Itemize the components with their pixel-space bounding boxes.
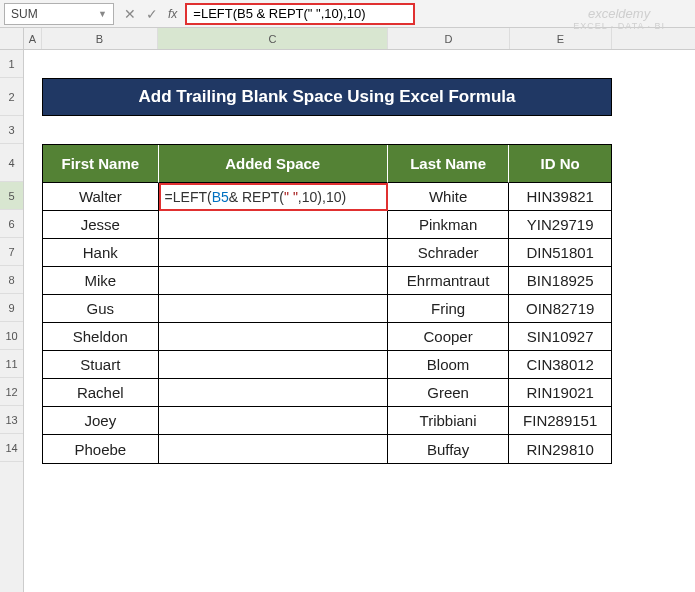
formula-input[interactable]: =LEFT(B5 & REPT(" ",10),10): [185, 3, 415, 25]
table-row: Jesse Pinkman YIN29719: [43, 211, 611, 239]
formula-bar: SUM ▼ ✕ ✓ fx =LEFT(B5 & REPT(" ",10),10): [0, 0, 695, 28]
cell-id[interactable]: FIN289151: [509, 407, 611, 435]
cell-added[interactable]: [159, 267, 388, 295]
cell-added[interactable]: [159, 435, 388, 463]
formula-bar-icons: ✕ ✓ fx: [118, 6, 185, 22]
formula-token-ref: B5: [212, 189, 229, 205]
formula-token: ),: [317, 189, 326, 205]
cell-added[interactable]: [159, 379, 388, 407]
table-header-row: First Name Added Space Last Name ID No: [43, 145, 611, 183]
cell-first[interactable]: Phoebe: [43, 435, 159, 463]
formula-token: & REPT(: [229, 189, 284, 205]
table-row: Hank Schrader DIN51801: [43, 239, 611, 267]
th-first-name[interactable]: First Name: [43, 145, 159, 183]
formula-text: =LEFT(B5 & REPT(" ",10),10): [193, 6, 365, 21]
cell-last[interactable]: Fring: [388, 295, 510, 323]
row-header-5[interactable]: 5: [0, 182, 23, 210]
cell-last[interactable]: Ehrmantraut: [388, 267, 510, 295]
th-id-no[interactable]: ID No: [509, 145, 611, 183]
cell-first[interactable]: Jesse: [43, 211, 159, 239]
cell-added[interactable]: [159, 407, 388, 435]
cell-last[interactable]: Bloom: [388, 351, 510, 379]
col-header-c[interactable]: C: [158, 28, 388, 49]
formula-token: 10: [326, 189, 342, 205]
fx-icon[interactable]: fx: [168, 7, 177, 21]
table-row: Stuart Bloom CIN38012: [43, 351, 611, 379]
col-header-b[interactable]: B: [42, 28, 158, 49]
table-row: Gus Fring OIN82719: [43, 295, 611, 323]
row-header-2[interactable]: 2: [0, 78, 23, 116]
enter-icon[interactable]: ✓: [146, 6, 158, 22]
title-text: Add Trailing Blank Space Using Excel For…: [139, 87, 516, 107]
cell-first[interactable]: Sheldon: [43, 323, 159, 351]
row-header-11[interactable]: 11: [0, 350, 23, 378]
row-header-4[interactable]: 4: [0, 144, 23, 182]
name-box-value: SUM: [11, 7, 38, 21]
cell-id[interactable]: SIN10927: [509, 323, 611, 351]
sheet-area: A B C D E Add Trailing Blank Space Using…: [24, 28, 695, 592]
cancel-icon[interactable]: ✕: [124, 6, 136, 22]
row-headers: 1 2 3 4 5 6 7 8 9 10 11 12 13 14: [0, 28, 24, 592]
row-header-1[interactable]: 1: [0, 50, 23, 78]
th-last-name[interactable]: Last Name: [388, 145, 510, 183]
table-row: Sheldon Cooper SIN10927: [43, 323, 611, 351]
formula-token: ): [341, 189, 346, 205]
formula-token: 10: [302, 189, 318, 205]
cell-last[interactable]: Buffay: [388, 435, 510, 463]
chevron-down-icon[interactable]: ▼: [98, 9, 107, 19]
cell-id[interactable]: OIN82719: [509, 295, 611, 323]
cell-added[interactable]: [159, 295, 388, 323]
table-row: Joey Tribbiani FIN289151: [43, 407, 611, 435]
cell-last[interactable]: Schrader: [388, 239, 510, 267]
row-header-8[interactable]: 8: [0, 266, 23, 294]
cell-last[interactable]: Cooper: [388, 323, 510, 351]
cell-id[interactable]: RIN29810: [509, 435, 611, 463]
cell-first[interactable]: Walter: [43, 183, 159, 211]
cell-id[interactable]: DIN51801: [509, 239, 611, 267]
cell-id[interactable]: CIN38012: [509, 351, 611, 379]
cell-last[interactable]: Pinkman: [388, 211, 510, 239]
row-header-12[interactable]: 12: [0, 378, 23, 406]
cell-first[interactable]: Joey: [43, 407, 159, 435]
table-row: Mike Ehrmantraut BIN18925: [43, 267, 611, 295]
row-header-14[interactable]: 14: [0, 434, 23, 462]
cell-first[interactable]: Hank: [43, 239, 159, 267]
cell-added[interactable]: [159, 211, 388, 239]
table-row: Phoebe Buffay RIN29810: [43, 435, 611, 463]
cell-last[interactable]: Tribbiani: [388, 407, 510, 435]
data-table: First Name Added Space Last Name ID No W…: [42, 144, 612, 464]
formula-token: " ": [284, 189, 298, 205]
cell-added[interactable]: [159, 323, 388, 351]
cell-first[interactable]: Gus: [43, 295, 159, 323]
select-all-corner[interactable]: [0, 28, 23, 50]
cell-first[interactable]: Stuart: [43, 351, 159, 379]
cell-first[interactable]: Mike: [43, 267, 159, 295]
row-header-9[interactable]: 9: [0, 294, 23, 322]
cell-id[interactable]: HIN39821: [509, 183, 611, 211]
cell-last[interactable]: White: [388, 183, 510, 211]
cell-id[interactable]: BIN18925: [509, 267, 611, 295]
table-row: Rachel Green RIN19021: [43, 379, 611, 407]
col-header-a[interactable]: A: [24, 28, 42, 49]
row-header-10[interactable]: 10: [0, 322, 23, 350]
row-header-7[interactable]: 7: [0, 238, 23, 266]
name-box[interactable]: SUM ▼: [4, 3, 114, 25]
cell-added[interactable]: [159, 239, 388, 267]
column-headers: A B C D E: [24, 28, 695, 50]
cell-editing-c5[interactable]: =LEFT(B5 & REPT(" ",10),10): [159, 183, 388, 211]
th-added-space[interactable]: Added Space: [159, 145, 388, 183]
row-header-13[interactable]: 13: [0, 406, 23, 434]
row-header-3[interactable]: 3: [0, 116, 23, 144]
row-header-6[interactable]: 6: [0, 210, 23, 238]
spreadsheet-grid: 1 2 3 4 5 6 7 8 9 10 11 12 13 14 A B C D…: [0, 28, 695, 592]
col-header-e[interactable]: E: [510, 28, 612, 49]
table-row: Walter =LEFT(B5 & REPT(" ",10),10) White…: [43, 183, 611, 211]
title-bar[interactable]: Add Trailing Blank Space Using Excel For…: [42, 78, 612, 116]
col-header-d[interactable]: D: [388, 28, 510, 49]
formula-token: =LEFT(: [165, 189, 212, 205]
cell-added[interactable]: [159, 351, 388, 379]
cell-first[interactable]: Rachel: [43, 379, 159, 407]
cell-last[interactable]: Green: [388, 379, 510, 407]
cell-id[interactable]: YIN29719: [509, 211, 611, 239]
cell-id[interactable]: RIN19021: [509, 379, 611, 407]
